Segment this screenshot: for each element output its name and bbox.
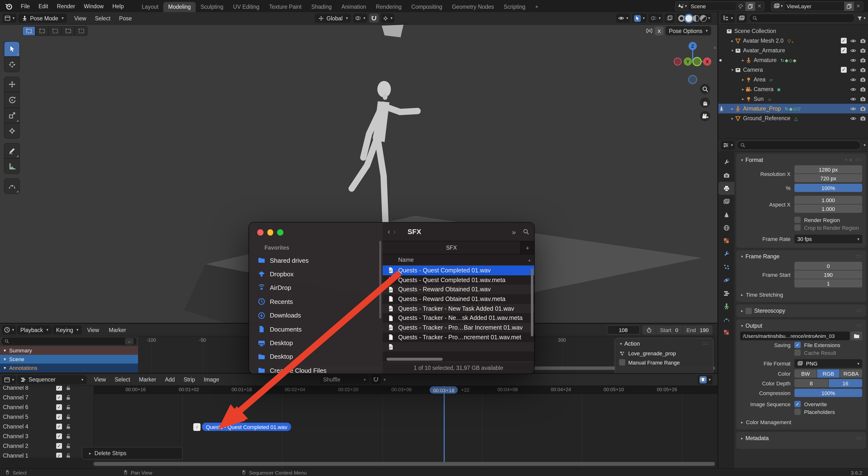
- channel-lock-icon[interactable]: [65, 404, 71, 410]
- sidebar-item[interactable]: Documents: [258, 322, 378, 336]
- sequencer-menu-item[interactable]: View: [90, 377, 110, 382]
- range-start-field[interactable]: Start0: [656, 325, 682, 334]
- proportional-edit-button[interactable]: ▾: [381, 13, 395, 23]
- disable-render-icon[interactable]: [860, 67, 866, 73]
- select-invert-button[interactable]: [62, 26, 74, 36]
- channel-lock-icon[interactable]: [65, 453, 71, 457]
- workspace-tab[interactable]: Sculpting: [196, 2, 228, 12]
- workspace-tab[interactable]: Geometry Nodes: [447, 2, 499, 12]
- sequencer-menu-item[interactable]: Add: [161, 377, 179, 382]
- sequencer-ruler[interactable]: 00:00+1600:01+0200:01+1800:02+0400:02+20…: [93, 386, 717, 394]
- tab-constraints[interactable]: [718, 287, 734, 300]
- menu-item[interactable]: Help: [108, 2, 128, 10]
- workspace-tab[interactable]: Shading: [306, 2, 336, 12]
- select-set-button[interactable]: [22, 26, 35, 36]
- output-panel-header[interactable]: ▾Output∷∷: [740, 322, 862, 330]
- finder-window[interactable]: Favorites Shared drives Dropbox: [249, 222, 534, 374]
- channel-lock-icon[interactable]: [65, 394, 71, 400]
- expander-icon[interactable]: ▸: [741, 58, 745, 62]
- channel-row[interactable]: Channel 2 ✓: [0, 441, 93, 451]
- timeline-marker-menu[interactable]: Marker: [104, 327, 130, 333]
- sequencer-menu-item[interactable]: Select: [110, 377, 134, 382]
- outliner-row[interactable]: ▸ Ground_Reference △: [718, 113, 868, 123]
- color-rgb-button[interactable]: RGB: [817, 369, 839, 378]
- finder-tab[interactable]: SFX: [383, 241, 520, 254]
- workspace-tab[interactable]: Layout: [137, 2, 163, 12]
- disable-render-icon[interactable]: [860, 86, 866, 92]
- channel-mute-checkbox[interactable]: ✓: [56, 443, 62, 449]
- audio-strip[interactable]: Quests - Quest Completed 01.wav: [202, 423, 291, 431]
- expander-icon[interactable]: ▾: [730, 48, 735, 53]
- channel-lock-icon[interactable]: [65, 386, 71, 391]
- column-header-name[interactable]: Name ▴: [383, 255, 534, 266]
- workspace-tab[interactable]: Texture Paint: [264, 2, 306, 12]
- workspace-tab[interactable]: Scripting: [499, 2, 530, 12]
- file-format-dropdown[interactable]: PNG▾: [795, 359, 862, 368]
- collection-checkbox[interactable]: ✓: [841, 67, 847, 73]
- depth-16-button[interactable]: 16: [829, 379, 862, 387]
- overlap-mode-dropdown[interactable]: Shuffle▾: [320, 375, 369, 384]
- channel-lock-icon[interactable]: [65, 433, 71, 439]
- output-path-input[interactable]: /Users/martinshibu…rence/introAnim_03: [740, 332, 849, 340]
- channel-row[interactable]: Channel 5 ✓: [0, 412, 93, 422]
- keying-menu[interactable]: Keying▾: [53, 325, 82, 334]
- outliner-display-mode[interactable]: ▾: [721, 13, 735, 23]
- pose-breakdowner-tool-button[interactable]: [4, 178, 20, 194]
- sidebar-scrollbar[interactable]: [379, 241, 381, 319]
- collection-checkbox[interactable]: ✓: [841, 38, 847, 43]
- back-button[interactable]: ‹: [388, 227, 390, 237]
- expander-icon[interactable]: ▸: [730, 38, 735, 43]
- zoom-button[interactable]: [700, 84, 710, 94]
- move-tool-button[interactable]: [4, 77, 20, 92]
- file-row[interactable]: Quests - Tracker - Pro…Bar Increment 01.…: [383, 323, 534, 332]
- viewport-menu-item[interactable]: Select: [91, 15, 115, 21]
- pin-icon[interactable]: [736, 2, 745, 10]
- tab-output[interactable]: [718, 182, 734, 195]
- sequencer-grid[interactable]: 00:00+1600:01+0200:01+1800:02+0400:02+20…: [93, 386, 717, 468]
- close-window-button[interactable]: [257, 229, 263, 235]
- snap-options-dropdown[interactable]: ▾: [383, 377, 385, 382]
- depth-8-button[interactable]: 8: [795, 379, 828, 387]
- menu-item[interactable]: Edit: [34, 2, 53, 10]
- file-list-h-scrollbar[interactable]: [386, 358, 443, 361]
- metadata-panel-header[interactable]: ▸Metadata∷∷: [740, 434, 862, 442]
- hide-eye-icon[interactable]: [850, 57, 857, 63]
- channel-mute-checkbox[interactable]: ✓: [56, 404, 62, 410]
- current-frame-field[interactable]: 108: [607, 325, 640, 334]
- new-tab-button[interactable]: +: [520, 241, 534, 254]
- channel-mute-checkbox[interactable]: ✓: [56, 386, 62, 391]
- overwrite-checkbox[interactable]: ✓: [795, 401, 801, 407]
- scale-tool-button[interactable]: [4, 108, 20, 123]
- scene-name[interactable]: Scene: [689, 2, 736, 10]
- disable-render-icon[interactable]: [860, 47, 866, 54]
- channel-row[interactable]: Channel 4 ✓: [0, 422, 93, 432]
- select-subtract-button[interactable]: [49, 26, 62, 36]
- camera-view-button[interactable]: [700, 111, 710, 121]
- hide-eye-icon[interactable]: [850, 47, 857, 54]
- disable-render-icon[interactable]: [860, 106, 866, 112]
- tweak-tool-button[interactable]: [4, 41, 20, 57]
- channel-mute-checkbox[interactable]: ✓: [56, 453, 62, 457]
- file-row[interactable]: Quests - Tracker - Pro…ncrement 01.wav.m…: [383, 332, 534, 342]
- close-icon[interactable]: ✕: [755, 3, 764, 9]
- tab-object[interactable]: [718, 234, 734, 247]
- file-list-scrollbar[interactable]: [531, 269, 533, 336]
- solid-shading-button[interactable]: [685, 15, 692, 22]
- sidebar-item[interactable]: Shared drives: [258, 254, 378, 267]
- scene-type-icon[interactable]: ▾: [676, 2, 689, 10]
- disable-render-icon[interactable]: [860, 37, 866, 44]
- channel-lock-icon[interactable]: [65, 424, 71, 429]
- sequencer-h-scrollbar[interactable]: [93, 462, 715, 466]
- sequencer-menu-item[interactable]: Image: [199, 377, 223, 382]
- channel-row[interactable]: Channel 1 ✓: [0, 451, 93, 457]
- properties-search-input[interactable]: [737, 141, 861, 150]
- hide-eye-icon[interactable]: [850, 86, 857, 92]
- use-preview-range-button[interactable]: [642, 325, 656, 334]
- minimize-window-button[interactable]: [267, 229, 273, 235]
- placeholders-checkbox[interactable]: [795, 409, 801, 415]
- overlays-dropdown[interactable]: ▾: [649, 13, 662, 23]
- tab-particles[interactable]: [718, 260, 734, 273]
- workspace-tab[interactable]: Modeling: [163, 2, 195, 12]
- sidebar-item[interactable]: Dropbox: [258, 267, 378, 281]
- channel-row[interactable]: Channel 8 ✓: [0, 386, 93, 393]
